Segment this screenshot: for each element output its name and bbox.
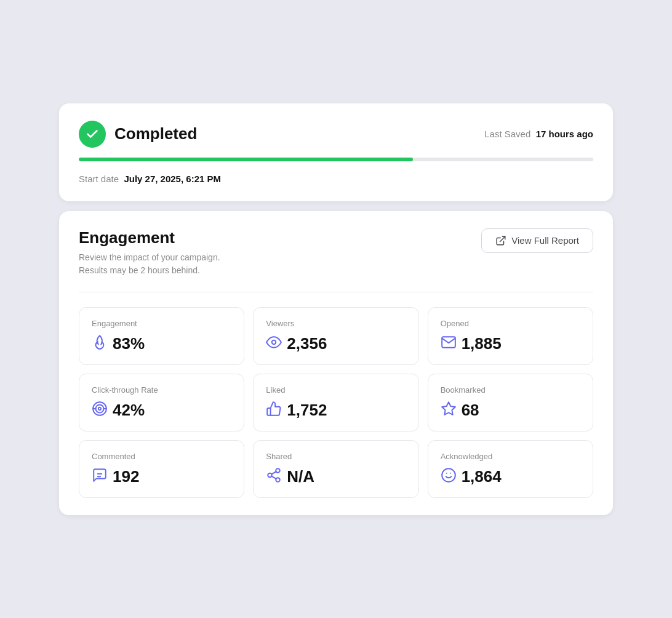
metric-card-viewers: Viewers 2,356 bbox=[253, 307, 418, 365]
metric-number-bookmarked: 68 bbox=[462, 401, 479, 420]
metric-card-commented: Commented 192 bbox=[79, 440, 244, 498]
metric-number-opened: 1,885 bbox=[462, 334, 502, 353]
metric-label-opened: Opened bbox=[441, 319, 580, 328]
engagement-info: Engagement Review the impact of your cam… bbox=[79, 228, 220, 277]
start-date-label: Start date bbox=[79, 174, 119, 184]
metric-icon-viewers bbox=[266, 334, 282, 353]
metric-number-acknowledged: 1,864 bbox=[462, 467, 502, 486]
metrics-grid: Engagement 83% Viewers 2,356 Opened 1,88… bbox=[79, 307, 593, 498]
start-date-value: July 27, 2025, 6:21 PM bbox=[124, 174, 221, 184]
metric-card-ctr: Click-through Rate 42% bbox=[79, 374, 244, 431]
completed-icon bbox=[79, 121, 106, 148]
metric-icon-shared bbox=[266, 467, 282, 486]
metric-label-acknowledged: Acknowledged bbox=[441, 452, 580, 461]
metric-card-liked: Liked 1,752 bbox=[253, 374, 418, 431]
svg-line-0 bbox=[500, 236, 505, 241]
last-saved-time: 17 hours ago bbox=[536, 129, 593, 139]
start-date: Start date July 27, 2025, 6:21 PM bbox=[79, 174, 593, 184]
status-left: Completed bbox=[79, 121, 197, 148]
last-saved-label: Last Saved bbox=[484, 129, 530, 139]
metric-number-engagement: 83% bbox=[113, 334, 145, 353]
metric-label-ctr: Click-through Rate bbox=[92, 385, 231, 395]
metric-value-acknowledged: 1,864 bbox=[441, 467, 580, 486]
metric-number-viewers: 2,356 bbox=[287, 334, 327, 353]
metric-number-commented: 192 bbox=[113, 467, 139, 486]
svg-point-1 bbox=[272, 340, 276, 345]
metric-label-engagement: Engagement bbox=[92, 319, 231, 328]
metric-card-acknowledged: Acknowledged 1,864 bbox=[428, 440, 593, 498]
metric-label-shared: Shared bbox=[266, 452, 406, 461]
metric-value-opened: 1,885 bbox=[441, 334, 580, 353]
engagement-title: Engagement bbox=[79, 228, 220, 247]
metric-number-shared: N/A bbox=[287, 467, 314, 486]
metric-card-bookmarked: Bookmarked 68 bbox=[428, 374, 593, 431]
metric-value-bookmarked: 68 bbox=[441, 401, 580, 420]
subtitle-line2: Results may be 2 hours behind. bbox=[79, 265, 200, 275]
metric-icon-liked bbox=[266, 401, 282, 419]
metric-card-opened: Opened 1,885 bbox=[428, 307, 593, 365]
engagement-card: Engagement Review the impact of your cam… bbox=[59, 211, 613, 515]
metric-number-liked: 1,752 bbox=[287, 401, 327, 420]
svg-point-15 bbox=[442, 468, 455, 482]
metric-card-shared: Shared N/A bbox=[253, 440, 418, 498]
metric-value-viewers: 2,356 bbox=[266, 334, 406, 353]
metric-label-viewers: Viewers bbox=[266, 319, 406, 328]
view-full-report-button[interactable]: View Full Report bbox=[481, 228, 593, 253]
metric-icon-engagement bbox=[92, 334, 108, 353]
metric-icon-ctr bbox=[92, 401, 108, 419]
svg-line-14 bbox=[272, 472, 276, 474]
status-card: Completed Last Saved 17 hours ago Start … bbox=[59, 103, 613, 201]
metric-card-engagement: Engagement 83% bbox=[79, 307, 244, 365]
metric-icon-opened bbox=[441, 334, 457, 353]
subtitle-line1: Review the impact of your campaign. bbox=[79, 252, 220, 262]
status-header: Completed Last Saved 17 hours ago bbox=[79, 121, 593, 148]
last-saved: Last Saved 17 hours ago bbox=[484, 129, 593, 139]
metric-value-shared: N/A bbox=[266, 467, 406, 486]
engagement-subtitle: Review the impact of your campaign. Resu… bbox=[79, 251, 220, 277]
main-container: Completed Last Saved 17 hours ago Start … bbox=[59, 103, 613, 515]
metric-value-engagement: 83% bbox=[92, 334, 231, 353]
external-link-icon bbox=[495, 235, 506, 246]
metric-label-commented: Commented bbox=[92, 452, 231, 461]
progress-bar-container bbox=[79, 158, 593, 161]
svg-line-13 bbox=[272, 476, 276, 479]
metric-value-liked: 1,752 bbox=[266, 401, 406, 420]
metric-icon-acknowledged bbox=[441, 467, 457, 486]
svg-point-4 bbox=[98, 407, 101, 410]
metric-icon-bookmarked bbox=[441, 401, 457, 419]
status-title: Completed bbox=[114, 124, 197, 143]
metric-label-liked: Liked bbox=[266, 385, 406, 395]
svg-marker-7 bbox=[442, 402, 455, 415]
view-report-label: View Full Report bbox=[511, 235, 579, 246]
metric-icon-commented bbox=[92, 467, 108, 486]
svg-point-3 bbox=[96, 405, 104, 413]
metric-value-ctr: 42% bbox=[92, 401, 231, 420]
metric-value-commented: 192 bbox=[92, 467, 231, 486]
progress-bar-fill bbox=[79, 158, 413, 161]
engagement-header: Engagement Review the impact of your cam… bbox=[79, 228, 593, 292]
metric-label-bookmarked: Bookmarked bbox=[441, 385, 580, 395]
metric-number-ctr: 42% bbox=[113, 401, 145, 420]
